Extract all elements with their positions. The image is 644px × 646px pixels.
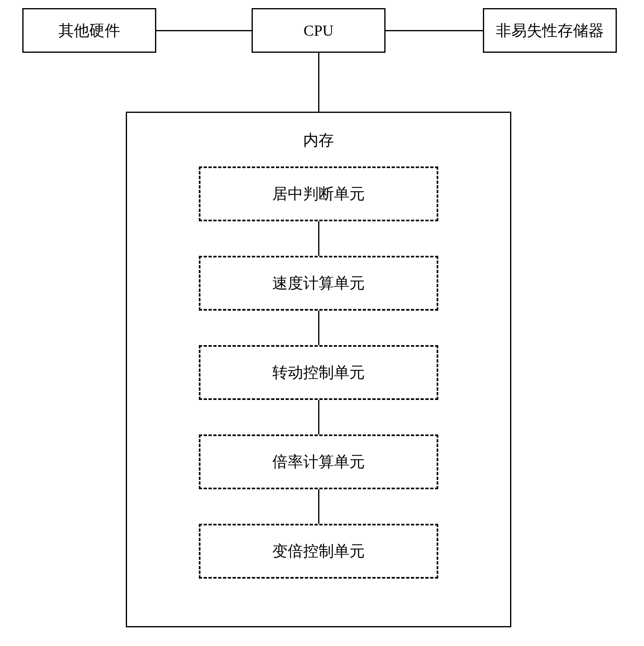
cpu-label: CPU <box>304 22 334 39</box>
magnification-calc-label: 倍率计算单元 <box>272 452 365 472</box>
center-judgment-unit: 居中判断单元 <box>199 166 438 221</box>
nv-storage-box: 非易失性存储器 <box>483 8 617 53</box>
connector-cpu-nv <box>386 30 483 31</box>
cpu-box: CPU <box>252 8 386 53</box>
center-judgment-label: 居中判断单元 <box>272 184 365 204</box>
other-hardware-label: 其他硬件 <box>58 20 120 41</box>
speed-calc-label: 速度计算单元 <box>272 273 365 294</box>
other-hardware-box: 其他硬件 <box>22 8 156 53</box>
zoom-control-unit: 变倍控制单元 <box>199 524 438 579</box>
connector-cpu-memory <box>318 53 319 112</box>
memory-label: 内存 <box>300 130 337 151</box>
connector-u1-u2 <box>318 221 319 256</box>
rotation-control-label: 转动控制单元 <box>272 362 365 383</box>
rotation-control-unit: 转动控制单元 <box>199 345 438 400</box>
zoom-control-label: 变倍控制单元 <box>272 541 365 562</box>
magnification-calc-unit: 倍率计算单元 <box>199 434 438 489</box>
connector-u2-u3 <box>318 311 319 345</box>
connector-hw-cpu <box>156 30 252 31</box>
nv-storage-label: 非易失性存储器 <box>496 20 604 41</box>
connector-u4-u5 <box>318 489 319 524</box>
connector-u3-u4 <box>318 400 319 434</box>
speed-calc-unit: 速度计算单元 <box>199 256 438 311</box>
